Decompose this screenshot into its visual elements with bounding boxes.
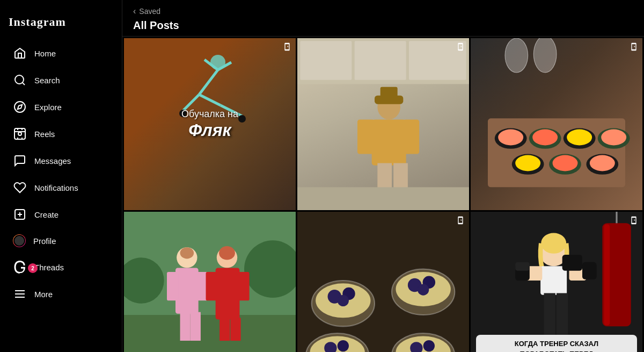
grid-item-boxing[interactable]: КОГДА ТРЕНЕР СКАЗАЛПОРАБОТАТЬ ПЕРЕДЗЕРКА… xyxy=(471,212,642,352)
svg-rect-29 xyxy=(297,187,469,210)
grid-item-kitchen[interactable] xyxy=(297,38,469,210)
gymnastics-overlay: Обучалка на Фляк xyxy=(181,109,238,140)
svg-rect-64 xyxy=(230,318,240,341)
grid-item-gymnastics[interactable]: Обучалка на Фляк xyxy=(124,38,296,210)
svg-point-70 xyxy=(338,295,349,306)
main-content: ‹ Saved All Posts xyxy=(122,0,644,352)
reel-icon-sushi xyxy=(630,42,638,53)
sidebar-label-reels: Reels xyxy=(34,130,55,139)
sidebar-item-profile[interactable]: Profile xyxy=(4,229,118,253)
sidebar-label-notifications: Notifications xyxy=(34,183,78,192)
sidebar-label-home: Home xyxy=(34,49,56,58)
svg-rect-98 xyxy=(562,255,582,271)
sidebar-label-search: Search xyxy=(34,76,60,85)
svg-rect-90 xyxy=(540,266,567,294)
chevron-left-icon: ‹ xyxy=(133,6,136,16)
svg-point-30 xyxy=(505,38,528,73)
svg-point-31 xyxy=(533,38,557,73)
svg-rect-2 xyxy=(14,128,25,139)
svg-rect-53 xyxy=(175,268,199,314)
svg-line-11 xyxy=(199,95,221,105)
gymnastics-text-line1: Обучалка на xyxy=(181,109,238,120)
svg-point-36 xyxy=(532,130,558,146)
svg-point-40 xyxy=(601,130,626,146)
threads-badge: 2 xyxy=(28,263,38,273)
app-logo: Instagram xyxy=(0,9,122,40)
sidebar-item-notifications[interactable]: Notifications xyxy=(4,175,118,200)
sidebar-label-threads: Threads xyxy=(34,263,64,272)
svg-rect-57 xyxy=(191,312,201,341)
grid-item-series[interactable]: Carrie Miranda is Jessicaand Susan..Hell… xyxy=(124,212,296,352)
svg-rect-54 xyxy=(167,272,178,300)
sidebar-label-explore: Explore xyxy=(34,103,62,112)
sidebar-label-more: More xyxy=(34,290,53,299)
create-icon xyxy=(13,207,27,221)
heart-icon xyxy=(13,181,27,195)
svg-rect-97 xyxy=(582,262,597,279)
posts-grid: Обучалка на Фляк xyxy=(122,37,644,352)
gymnastics-text-line2: Фляк xyxy=(181,120,238,140)
header: ‹ Saved All Posts xyxy=(122,0,644,37)
reel-icon-gymnastics xyxy=(283,42,291,53)
reel-icon-kitchen xyxy=(456,42,465,53)
svg-rect-25 xyxy=(357,119,375,154)
posts-grid-container[interactable]: Обучалка на Фляк xyxy=(122,37,644,352)
reel-icon-dessert xyxy=(456,216,465,226)
svg-rect-63 xyxy=(219,318,230,341)
svg-rect-56 xyxy=(180,312,191,341)
explore-icon xyxy=(13,100,27,114)
svg-point-59 xyxy=(219,246,235,260)
svg-rect-62 xyxy=(238,272,249,300)
svg-point-46 xyxy=(590,155,615,171)
sidebar-item-create[interactable]: Create xyxy=(4,202,118,227)
svg-rect-19 xyxy=(355,41,406,80)
svg-rect-96 xyxy=(515,262,530,271)
svg-rect-26 xyxy=(403,119,419,154)
home-icon xyxy=(13,46,27,60)
svg-point-38 xyxy=(567,130,592,146)
sidebar-item-messages[interactable]: Messages xyxy=(4,148,118,173)
svg-point-52 xyxy=(180,247,194,258)
svg-point-3 xyxy=(18,132,21,135)
svg-rect-23 xyxy=(380,87,398,98)
threads-icon: 2 xyxy=(13,260,27,274)
sidebar-item-home[interactable]: Home xyxy=(4,41,118,66)
svg-point-16 xyxy=(238,115,246,123)
sidebar-label-messages: Messages xyxy=(34,156,71,166)
messages-icon xyxy=(13,154,27,168)
boxing-caption: КОГДА ТРЕНЕР СКАЗАЛПОРАБОТАТЬ ПЕРЕДЗЕРКА… xyxy=(476,335,637,352)
sidebar-item-threads[interactable]: 2 Threads xyxy=(4,255,118,279)
grid-item-sushi[interactable] xyxy=(471,38,642,210)
svg-point-0 xyxy=(15,75,24,84)
svg-point-34 xyxy=(498,130,523,146)
avatar xyxy=(13,234,26,247)
svg-point-1 xyxy=(14,102,25,112)
boxing-overlay: КОГДА ТРЕНЕР СКАЗАЛПОРАБОТАТЬ ПЕРЕДЗЕРКА… xyxy=(471,329,642,352)
svg-point-89 xyxy=(541,233,566,253)
svg-rect-60 xyxy=(216,268,240,320)
reel-icon-boxing xyxy=(630,216,638,226)
svg-point-79 xyxy=(338,340,349,351)
grid-item-dessert[interactable] xyxy=(297,212,469,352)
svg-rect-86 xyxy=(604,224,610,325)
sidebar-label-profile: Profile xyxy=(33,236,56,246)
breadcrumb[interactable]: ‹ Saved xyxy=(133,6,633,16)
sidebar-item-reels[interactable]: Reels xyxy=(4,121,118,146)
reels-icon xyxy=(13,127,27,141)
svg-point-42 xyxy=(515,155,540,171)
sidebar: Instagram Home Search Explore xyxy=(0,0,122,352)
svg-line-9 xyxy=(199,70,218,95)
page-title: All Posts xyxy=(133,19,633,32)
breadcrumb-label: Saved xyxy=(139,7,160,16)
sidebar-item-explore[interactable]: Explore xyxy=(4,95,118,119)
sidebar-label-create: Create xyxy=(34,210,58,219)
more-icon xyxy=(13,287,27,301)
search-icon xyxy=(13,73,27,87)
svg-rect-18 xyxy=(300,41,352,80)
sidebar-item-search[interactable]: Search xyxy=(4,68,118,92)
svg-point-44 xyxy=(553,155,578,171)
svg-point-75 xyxy=(418,284,429,295)
svg-rect-24 xyxy=(372,119,406,165)
svg-rect-48 xyxy=(124,315,296,352)
sidebar-item-more[interactable]: More xyxy=(4,282,118,306)
